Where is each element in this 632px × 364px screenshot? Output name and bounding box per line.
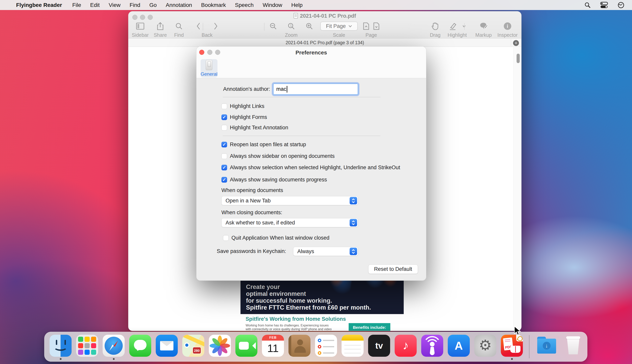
control-center-icon[interactable] [600,2,608,8]
dock-divider [529,335,529,358]
maps-icon: 280 [182,335,204,357]
checkbox-icon[interactable] [221,153,227,159]
checkbox-icon[interactable] [221,142,227,148]
menu-file[interactable]: File [72,2,81,8]
dock-appletv[interactable]: tv [368,333,390,360]
checkbox-highlight-text-annotation[interactable]: Highlight Text Annotation [221,124,288,132]
tab-bar: 2021-04-01 PC Pro.pdf (page 3 of 134) + [128,39,521,47]
menu-window[interactable]: Window [263,2,282,8]
menu-view[interactable]: View [109,2,121,8]
pdf-ad-banner: Create your optimal environment for succ… [241,281,404,314]
scrollbar-thumb[interactable] [516,54,520,63]
checkbox-icon[interactable] [221,125,227,130]
annotation-author-input[interactable]: mac [273,84,358,95]
dock-photos[interactable] [209,333,231,360]
dock-podcasts[interactable] [421,333,443,360]
checkbox-quit-on-last-window[interactable]: Quit Application When last window closed [223,234,329,242]
dock-reminders[interactable] [315,333,337,360]
checkbox-highlight-links[interactable]: Highlight Links [221,102,265,110]
ad-heading: Spitfire's Working from Home Solutions [246,316,346,322]
new-tab-button[interactable]: + [513,40,519,46]
menu-help[interactable]: Help [291,2,303,8]
keychain-dropdown[interactable]: Always [293,247,358,256]
checkbox-always-show-sidebar[interactable]: Always show sidebar on opening documents [221,152,335,160]
actual-size-icon: 1 [287,22,295,30]
dock-downloads[interactable]: ↓ [536,333,558,360]
forward-icon [213,22,218,30]
back-icon [196,22,201,30]
mouse-cursor [514,326,523,337]
pdf-doc-icon [294,13,298,18]
ad-body-text: Working from home has its challenges. Ex… [246,324,332,331]
messages-icon [129,335,151,357]
spotlight-search-icon[interactable] [584,2,591,8]
pdf-ad-body: Spitfire's Working from Home Solutions W… [241,314,404,331]
checkbox-saving-progress[interactable]: Always show saving documents progress [221,176,327,184]
banner-headline: Create your optimal environment for succ… [246,284,371,311]
checkbox-highlight-forms[interactable]: Highlight Forms [221,113,267,121]
safari-icon [103,335,125,357]
dock-system-preferences[interactable]: ⚙ [474,333,496,360]
podcasts-icon [421,335,443,357]
contacts-icon [288,335,310,357]
document-tab[interactable]: 2021-04-01 PC Pro.pdf (page 3 of 134) [128,40,521,46]
app-menu-title[interactable]: Flyingbee Reader [16,2,62,8]
zoom-buttons[interactable]: 1 Zoom [260,20,323,38]
dock-music[interactable]: ♪ [395,333,417,360]
dock-notes[interactable] [342,333,364,360]
menu-go[interactable]: Go [149,2,157,8]
menu-bar: Flyingbee Reader File Edit View Find Go … [0,0,632,10]
general-switch-icon [206,60,212,70]
dock-messages[interactable] [129,333,151,360]
checkbox-reopen-last-files[interactable]: Reopen last open files at startup [221,140,306,148]
opening-documents-label: When opening documents [221,187,283,194]
dock-maps[interactable]: 280 [182,333,204,360]
scrollbar-track[interactable] [513,47,521,331]
clock-icon[interactable] [617,2,624,9]
preferences-titlebar: Preferences General [196,46,426,78]
menu-bookmark[interactable]: Bookmark [201,2,226,8]
dock: 280 FEB 11 [44,332,587,362]
menu-speech[interactable]: Speech [235,2,254,8]
dock-mail[interactable] [156,333,178,360]
inspector-button[interactable]: i Inspector [490,20,521,38]
dock-calendar[interactable]: FEB 11 [262,333,284,360]
dock-flyingbee-reader[interactable]: PDF [501,333,523,360]
scale-dropdown[interactable]: Fit Page [320,22,358,31]
dialog-title: Preferences [196,50,426,56]
window-toolbar: 2021-04-01 PC Pro.pdf Sidebar Share Find [128,12,521,38]
checkbox-icon[interactable] [221,177,227,182]
dock-appstore[interactable]: A [448,333,470,360]
calendar-icon: FEB 11 [262,335,284,357]
dock-finder[interactable] [50,333,72,360]
dock-contacts[interactable] [288,333,310,360]
finder-icon [50,335,72,357]
zoom-out-icon [269,22,277,30]
stepper-icon [350,219,357,226]
checkbox-icon[interactable] [221,114,227,120]
stepper-icon [350,248,357,255]
checkbox-icon[interactable] [223,235,229,241]
closing-documents-dropdown[interactable]: Ask whether to save, if edited [221,218,358,227]
page-buttons[interactable]: Page [356,20,387,38]
tab-general[interactable]: General [201,59,218,78]
menu-edit[interactable]: Edit [90,2,100,8]
mail-icon [156,335,178,357]
dock-safari[interactable] [103,333,125,360]
checkbox-icon[interactable] [221,104,227,109]
inspector-info-icon: i [490,20,521,32]
dock-launchpad[interactable] [76,333,98,360]
checkbox-icon[interactable] [221,165,227,170]
menu-find[interactable]: Find [130,2,140,8]
reset-to-default-button[interactable]: Reset to Default [368,264,418,274]
scale-control[interactable]: Fit Page Scale [317,20,361,38]
dock-trash[interactable] [562,333,584,360]
dock-facetime[interactable] [235,333,257,360]
trash-icon [562,335,584,357]
svg-text:i: i [507,23,508,29]
back-forward-buttons[interactable]: Back [182,20,233,38]
opening-documents-dropdown[interactable]: Open in a New Tab [221,196,358,205]
checkbox-always-show-selection[interactable]: Always show selection when selected High… [221,164,400,172]
page-up-icon [363,22,369,30]
menu-annotation[interactable]: Annotation [166,2,192,8]
